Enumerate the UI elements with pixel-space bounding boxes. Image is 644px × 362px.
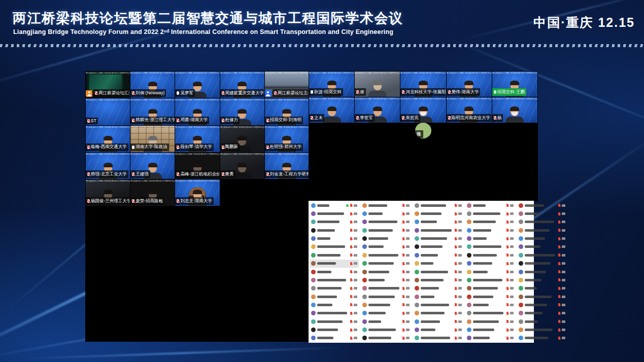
participant-list-item[interactable] xyxy=(413,218,463,226)
participant-list-item[interactable] xyxy=(413,226,463,234)
participant-tile[interactable]: 两江桥梁科技论坛暨第二届智慧交通与城市工程国际学术会议段剑琴-清华大学 xyxy=(175,126,219,152)
participant-tile[interactable]: 两江桥梁科技论坛暨第二届智慧交通与城市工程国际学术会议杨国俊-兰州理工大学 xyxy=(86,179,130,206)
participant-list-item[interactable] xyxy=(310,284,359,293)
participant-list-item[interactable] xyxy=(413,234,463,242)
participant-tile[interactable]: 张 xyxy=(415,123,431,139)
participant-tile[interactable]: 两江桥梁科技论坛暨第二届智慧交通与城市工程国际学术会议周建庭重庆交通大学 xyxy=(220,71,264,98)
participant-list-item[interactable] xyxy=(517,226,567,234)
participant-list-item[interactable] xyxy=(517,301,567,309)
participant-list-item[interactable] xyxy=(413,201,463,209)
participant-list-item[interactable] xyxy=(465,243,515,251)
participant-list-item[interactable] xyxy=(465,284,515,293)
participant-tile[interactable]: 两江桥梁科技论坛暨第二届智慧交通与城市工程国际学术会议黄勇 xyxy=(220,153,264,179)
participant-list-item[interactable] xyxy=(413,317,463,325)
participant-list-item[interactable] xyxy=(413,325,463,334)
participant-list-item[interactable] xyxy=(465,218,515,226)
participant-tile[interactable]: 两江桥梁科技论坛暨第二届智慧交通与城市工程国际学术会议两江桥梁论坛汇报端 xyxy=(86,71,130,98)
participant-tile[interactable]: 两江桥梁科技论坛暨第二届智慧交通与城市工程国际学术会议河北科技大学-张晨阳 xyxy=(400,71,446,97)
participant-list-item[interactable] xyxy=(517,317,567,325)
participant-list-item[interactable] xyxy=(310,234,359,242)
participant-tile[interactable]: 两江桥梁科技论坛暨第二届智慧交通与城市工程国际学术会议招商交科-刘海明 xyxy=(265,98,309,125)
participant-list-item[interactable] xyxy=(517,268,567,276)
participant-tile[interactable]: 两江桥梁科技论坛暨第二届智慧交通与城市工程国际学术会议吴梦军 xyxy=(175,71,219,98)
participant-tile[interactable]: 两江桥梁科技论坛暨第二届智慧交通与城市工程国际学术会议刘俐 (Newway) xyxy=(130,71,175,98)
participant-tile[interactable]: 两江桥梁科技论坛暨第二届智慧交通与城市工程国际学术会议杨 xyxy=(492,97,537,123)
participant-list-item[interactable] xyxy=(465,334,515,342)
participant-list-item[interactable] xyxy=(465,301,515,309)
participant-list-item[interactable] xyxy=(361,317,411,325)
participant-list-item[interactable] xyxy=(517,325,567,334)
participant-tile[interactable]: 两江桥梁科技论坛暨第二届智慧交通与城市工程国际学术会议招商交科-王鹏 xyxy=(492,71,537,97)
participant-list-item[interactable] xyxy=(465,201,515,209)
participant-list-item[interactable] xyxy=(517,284,567,293)
participant-list-item[interactable] xyxy=(361,260,411,268)
participant-tile[interactable]: 两江桥梁科技论坛暨第二届智慧交通与城市工程国际学术会议陶鹏新 xyxy=(220,126,264,152)
participant-tile[interactable]: 两江桥梁科技论坛暨第二届智慧交通与城市工程国际学术会议邓露-湖南大学 xyxy=(175,98,219,125)
participant-list-item[interactable] xyxy=(310,243,359,251)
participant-list-item[interactable] xyxy=(361,268,411,276)
participant-list-item[interactable] xyxy=(517,260,567,268)
participant-tile[interactable]: 两江桥梁科技论坛暨第二届智慧交通与城市工程国际学术会议杜修力 xyxy=(220,98,264,125)
participant-list-item[interactable] xyxy=(465,209,515,218)
participant-tile[interactable]: 两江桥梁科技论坛暨第二届智慧交通与城市工程国际学术会议之木 xyxy=(309,97,354,123)
participant-tile[interactable]: 两江桥梁科技论坛暨第二届智慧交通与城市工程国际学术会议朱宏亮 xyxy=(400,97,446,123)
participant-list-item[interactable] xyxy=(413,251,463,259)
participant-list-item[interactable] xyxy=(465,293,515,301)
participant-list-item[interactable] xyxy=(465,276,515,284)
participant-list-item[interactable] xyxy=(465,234,515,242)
participant-list-item[interactable] xyxy=(517,309,567,317)
participant-tile[interactable]: 两江桥梁科技论坛暨第二届智慧交通与城市工程国际学术会议杜明强-郑州大学 xyxy=(265,126,309,152)
participant-list-item[interactable] xyxy=(310,325,359,334)
participant-list-item[interactable] xyxy=(310,251,359,259)
participant-list-item[interactable] xyxy=(465,268,515,276)
participant-list-item[interactable] xyxy=(465,251,515,259)
participant-list-item[interactable] xyxy=(361,284,411,293)
participant-tile[interactable]: 两江桥梁科技论坛暨第二届智慧交通与城市工程国际学术会议两江桥梁论坛主会场 xyxy=(265,71,309,98)
participant-list-item[interactable] xyxy=(465,325,515,334)
participant-tile[interactable]: 两江桥梁科技论坛暨第二届智慧交通与城市工程国际学术会议陈明浩河南农业大学 xyxy=(447,97,492,123)
participant-list-item[interactable] xyxy=(361,301,411,309)
participant-list-item[interactable] xyxy=(361,334,411,342)
participant-tile[interactable]: 两江桥梁科技论坛暨第二届智慧交通与城市工程国际学术会议韩强-北京工业大学 xyxy=(86,153,130,179)
participant-list-item[interactable] xyxy=(310,276,359,284)
participant-list-item[interactable] xyxy=(413,243,463,251)
participant-list-item[interactable] xyxy=(517,209,567,218)
participant-list-item[interactable] xyxy=(310,334,359,342)
participant-list-item[interactable] xyxy=(361,201,411,209)
participant-list-item[interactable] xyxy=(361,251,411,259)
participant-list-item[interactable] xyxy=(310,226,359,234)
participant-list-item[interactable] xyxy=(361,218,411,226)
participant-list-item[interactable] xyxy=(517,251,567,259)
participant-tile[interactable]: 两江桥梁科技论坛暨第二届智慧交通与城市工程国际学术会议耿波-招商交科 xyxy=(309,71,354,97)
participant-list-item[interactable] xyxy=(465,317,515,325)
participant-list-item[interactable] xyxy=(413,309,463,317)
participant-list-item[interactable] xyxy=(361,209,411,218)
participant-list-item[interactable] xyxy=(413,293,463,301)
participant-list-item[interactable] xyxy=(413,209,463,218)
participant-list-item[interactable] xyxy=(310,268,359,276)
participant-list-item[interactable] xyxy=(361,226,411,234)
participant-tile[interactable]: 两江桥梁科技论坛暨第二届智慧交通与城市工程国际学术会议刘志文-湖南大学 xyxy=(175,179,219,206)
participant-tile[interactable]: 两江桥梁科技论坛暨第二届智慧交通与城市工程国际学术会议韩辉光-浙江理工大学 xyxy=(130,98,175,125)
participant-list-item[interactable] xyxy=(310,201,359,209)
participant-list-item[interactable] xyxy=(361,234,411,242)
participant-tile[interactable]: 两江桥梁科技论坛暨第二届智慧交通与城市工程国际学术会议刘金龙-工程力学研究所 xyxy=(265,153,309,179)
participant-list-item[interactable] xyxy=(517,334,567,342)
participant-list-item[interactable] xyxy=(517,293,567,301)
participant-list-item[interactable] xyxy=(310,293,359,301)
participant-tile[interactable]: 两江桥梁科技论坛暨第二届智慧交通与城市工程国际学术会议高峰-浙江机电职业技术学院 xyxy=(175,153,219,179)
participant-list-item[interactable] xyxy=(465,309,515,317)
participant-list-item[interactable] xyxy=(310,260,359,268)
participant-list-item[interactable] xyxy=(465,226,515,234)
participant-list-item[interactable] xyxy=(310,301,359,309)
participant-tile[interactable]: 两江桥梁科技论坛暨第二届智慧交通与城市工程国际学术会议樊伟-湖南大学 xyxy=(447,71,492,97)
participant-list-item[interactable] xyxy=(413,301,463,309)
participant-list-item[interactable] xyxy=(413,260,463,268)
participant-tile[interactable]: 两江桥梁科技论坛暨第二届智慧交通与城市工程国际学术会议王建强 xyxy=(130,153,175,179)
participant-tile[interactable]: 两江桥梁科技论坛暨第二届智慧交通与城市工程国际学术会议湖南大学-陈政清 xyxy=(130,126,175,152)
participant-tile[interactable]: 两江桥梁科技论坛暨第二届智慧交通与城市工程国际学术会议庞荣-招商路检 xyxy=(130,179,175,206)
participant-list-item[interactable] xyxy=(310,317,359,325)
participant-list-item[interactable] xyxy=(413,268,463,276)
participant-list-item[interactable] xyxy=(310,218,359,226)
participant-list-item[interactable] xyxy=(517,276,567,284)
